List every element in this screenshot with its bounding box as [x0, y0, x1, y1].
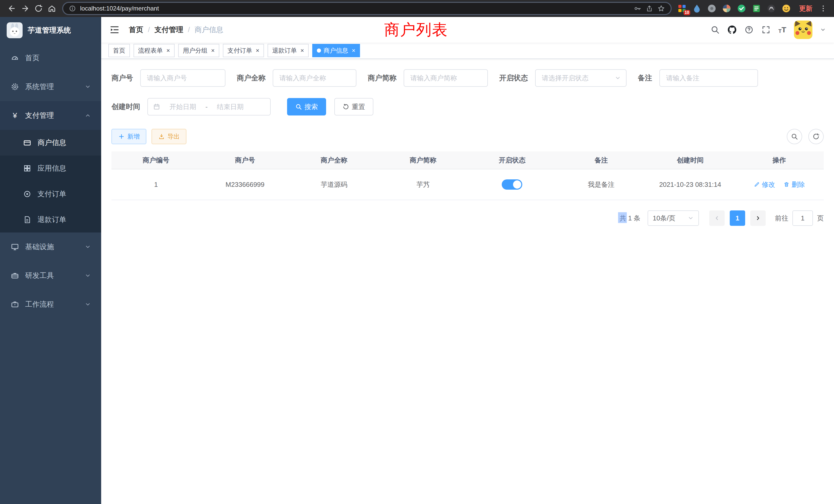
extensions-area: 10	[677, 4, 791, 13]
browser-forward-button[interactable]	[19, 2, 32, 15]
extension-gray-icon[interactable]	[707, 4, 717, 13]
sidebar-item-payment[interactable]: ¥ 支付管理	[0, 101, 101, 130]
remark-input[interactable]	[659, 69, 758, 87]
filter-label: 开启状态	[499, 73, 528, 83]
share-icon[interactable]	[645, 5, 653, 12]
reset-button[interactable]: 重置	[334, 98, 373, 115]
sidebar-item-merchant-info[interactable]: 商户信息	[0, 130, 101, 156]
goto-label: 前往	[775, 214, 788, 223]
password-key-icon[interactable]	[634, 5, 641, 12]
page-size-select[interactable]: 10条/页	[648, 210, 699, 226]
tab-home[interactable]: 首页	[108, 44, 130, 57]
tags-view-bar: 首页 流程表单 × 用户分组 × 支付订单 × 退款订单 ×	[101, 43, 834, 59]
refresh-table-button[interactable]	[808, 129, 824, 144]
tab-label: 用户分组	[183, 46, 207, 55]
extension-grid-icon[interactable]: 10	[677, 4, 687, 13]
sidebar-item-label: 系统管理	[25, 82, 54, 92]
font-size-icon[interactable]: TT	[778, 25, 786, 34]
close-icon[interactable]: ×	[301, 47, 304, 54]
toggle-search-button[interactable]	[787, 129, 802, 144]
extension-green-circle-icon[interactable]	[737, 4, 746, 13]
full-name-input[interactable]	[273, 69, 356, 87]
extension-color-icon[interactable]	[722, 4, 731, 13]
date-range-picker[interactable]: -	[147, 98, 271, 115]
browser-update-button[interactable]: 更新	[799, 4, 812, 13]
fullscreen-icon[interactable]	[761, 25, 771, 35]
close-icon[interactable]: ×	[167, 47, 170, 54]
sidebar-item-infrastructure[interactable]: 基础设施	[0, 232, 101, 261]
filter-create-time: 创建时间 -	[111, 98, 271, 115]
sidebar-item-system[interactable]: 系统管理	[0, 72, 101, 101]
sidebar-item-workflow[interactable]: 工作流程	[0, 290, 101, 319]
extension-smiley-icon[interactable]	[782, 4, 791, 13]
bookmark-star-icon[interactable]	[657, 5, 665, 12]
browser-reload-button[interactable]	[32, 2, 45, 15]
close-icon[interactable]: ×	[211, 47, 215, 54]
active-dot-icon	[317, 48, 321, 53]
column-header: 备注	[557, 156, 646, 165]
help-icon[interactable]	[744, 25, 754, 35]
header-search-icon[interactable]	[710, 25, 720, 35]
close-icon[interactable]: ×	[256, 47, 259, 54]
tab-refund-order[interactable]: 退款订单 ×	[267, 44, 309, 57]
selection-highlight	[618, 212, 627, 223]
edit-link[interactable]: 修改	[754, 180, 775, 189]
breadcrumb-current: 商户信息	[195, 25, 223, 35]
address-bar[interactable]: localhost:1024/pay/merchant	[63, 2, 671, 15]
extension-dark-icon[interactable]	[767, 4, 776, 13]
tab-pay-order[interactable]: 支付订单 ×	[223, 44, 264, 57]
browser-back-button[interactable]	[5, 2, 19, 15]
cell-operations: 修改 删除	[734, 180, 824, 189]
avatar[interactable]	[794, 21, 812, 39]
chevron-right-icon	[755, 215, 761, 221]
app-logo[interactable]: 芋道管理系统	[0, 17, 101, 44]
sidebar-item-home[interactable]: 首页	[0, 44, 101, 72]
extension-drop-icon[interactable]	[692, 4, 702, 13]
delete-link-label: 删除	[792, 180, 805, 189]
status-toggle[interactable]	[502, 179, 522, 190]
page-number-1[interactable]: 1	[730, 210, 745, 226]
sidebar-item-refund-order[interactable]: 退款订单	[0, 207, 101, 232]
chevron-down-icon	[85, 273, 91, 279]
sidebar-menu: 首页 系统管理 ¥ 支付管理	[0, 44, 101, 319]
next-page-button[interactable]	[750, 210, 766, 226]
goto-page-input[interactable]	[792, 210, 813, 226]
short-name-input[interactable]	[404, 69, 488, 87]
close-icon[interactable]: ×	[352, 47, 355, 54]
tab-user-group[interactable]: 用户分组 ×	[178, 44, 219, 57]
tab-process-form[interactable]: 流程表单 ×	[133, 44, 175, 57]
refresh-icon	[812, 133, 820, 140]
prev-page-button[interactable]	[709, 210, 725, 226]
search-button[interactable]: 搜索	[287, 98, 326, 115]
sidebar-item-app-info[interactable]: 应用信息	[0, 156, 101, 181]
breadcrumb-payment[interactable]: 支付管理	[155, 25, 183, 35]
export-button[interactable]: 导出	[152, 129, 186, 144]
delete-link[interactable]: 删除	[784, 180, 805, 189]
avatar-dropdown-caret-icon[interactable]	[820, 27, 826, 32]
url-text[interactable]: localhost:1024/pay/merchant	[80, 5, 159, 12]
site-info-icon[interactable]	[69, 5, 76, 12]
add-button[interactable]: 新增	[111, 129, 146, 144]
status-select[interactable]: 请选择开启状态	[535, 69, 627, 87]
plus-icon	[118, 133, 125, 140]
extension-green-book-icon[interactable]	[752, 4, 761, 13]
browser-home-button[interactable]	[45, 2, 59, 15]
page-content: 商户号 商户全称 商户简称 开启状态 请选择开启状态	[101, 59, 834, 504]
start-date-input[interactable]	[163, 103, 202, 111]
filter-remark: 备注	[638, 69, 758, 87]
date-separator: -	[205, 103, 208, 111]
breadcrumb-home[interactable]: 首页	[129, 25, 143, 35]
document-icon	[23, 215, 32, 224]
main-area: 首页 / 支付管理 / 商户信息	[101, 17, 834, 504]
sidebar-item-pay-order[interactable]: 支付订单	[0, 181, 101, 207]
sidebar-collapse-icon[interactable]	[109, 25, 120, 35]
sidebar-item-dev-tools[interactable]: 研发工具	[0, 261, 101, 290]
merchant-no-input[interactable]	[140, 69, 225, 87]
trash-icon	[784, 181, 790, 188]
tab-merchant-info[interactable]: 商户信息 ×	[312, 44, 360, 57]
browser-menu-icon[interactable]	[817, 3, 829, 14]
download-icon	[158, 133, 165, 140]
sidebar-item-label: 应用信息	[38, 163, 66, 173]
end-date-input[interactable]	[211, 103, 250, 111]
github-icon[interactable]	[727, 25, 737, 35]
